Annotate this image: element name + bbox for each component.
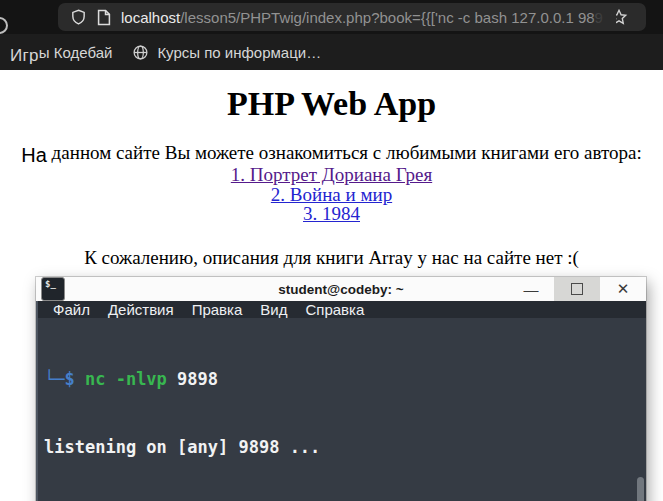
minimize-icon: — [524,281,539,298]
book-error-message: К сожалению, описания для книги Array у … [0,247,663,269]
bookmark-label: Курсы по информаци… [157,44,321,61]
reload-icon[interactable] [0,17,8,34]
book-link-1[interactable]: 1. Портрет Дориана Грея [0,165,663,185]
intro-text: На данном сайте Вы можете ознакомиться с… [0,141,663,164]
close-button[interactable]: ✕ [600,277,646,301]
address-bar[interactable]: localhost/lesson5/PHPTwig/index.php?book… [58,3,646,31]
terminal-app-icon: $_ [41,277,65,301]
url-path: /lesson5/PHPTwig/index.php?book={{['nc -… [180,9,594,26]
page-icon[interactable] [97,9,111,26]
url-faded-tail: 9 [595,9,603,26]
maximize-button[interactable] [554,277,600,301]
bookmark-star-icon[interactable] [610,8,628,26]
menu-view[interactable]: Вид [251,301,296,318]
window-controls: — ✕ [508,277,646,301]
terminal-output-line: listening on [any] 9898 ... [44,436,646,459]
url-host: localhost [121,9,180,26]
scrollbar-thumb[interactable] [637,477,644,501]
screen: localhost/lesson5/PHPTwig/index.php?book… [0,0,663,501]
page-title: PHP Web App [0,85,663,122]
prompt-symbol: └─$ [44,369,85,389]
menu-actions[interactable]: Действия [99,301,183,318]
terminal-prompt-line: └─$ nc -nlvp 9898 [44,368,646,391]
browser-chrome: localhost/lesson5/PHPTwig/index.php?book… [0,0,663,70]
menu-file[interactable]: Файл [44,301,99,318]
intro-text-prefix: На [21,144,47,166]
url-text[interactable]: localhost/lesson5/PHPTwig/index.php?book… [121,9,606,26]
bookmark-item-courses[interactable]: Курсы по информаци… [122,34,331,70]
command-arg: 9898 [167,369,218,389]
menu-edit[interactable]: Правка [183,301,252,318]
bookmark-item-games[interactable]: Игры Кодебай [0,34,122,70]
maximize-icon [571,283,583,295]
address-row: localhost/lesson5/PHPTwig/index.php?book… [0,0,663,34]
terminal-body[interactable]: └─$ nc -nlvp 9898 listening on [any] 989… [36,318,646,501]
intro-text-rest: данном сайте Вы можете ознакомиться с лю… [47,142,642,163]
bookmark-label-prefix: Игр [10,46,39,66]
book-link-3[interactable]: 3. 1984 [0,204,663,224]
terminal-titlebar[interactable]: $_ student@codeby: ~ — ✕ [36,277,646,301]
terminal-scrollbar[interactable] [637,432,644,501]
book-links: 1. Портрет Дориана Грея 2. Война и мир 3… [0,165,663,224]
bookmark-label-rest: ы Кодебай [39,44,113,61]
shield-icon[interactable] [70,8,87,26]
menu-help[interactable]: Справка [296,301,373,318]
terminal-window: $_ student@codeby: ~ — ✕ Файл Действия П… [36,277,646,501]
terminal-menubar: Файл Действия Правка Вид Справка [36,301,646,318]
command-text: nc -nlvp [85,369,167,389]
close-icon: ✕ [617,280,630,298]
book-link-2[interactable]: 2. Война и мир [0,185,663,205]
globe-icon [132,44,149,61]
minimize-button[interactable]: — [508,277,554,301]
bookmarks-bar: Игры Кодебай Курсы по информаци… [0,34,663,70]
